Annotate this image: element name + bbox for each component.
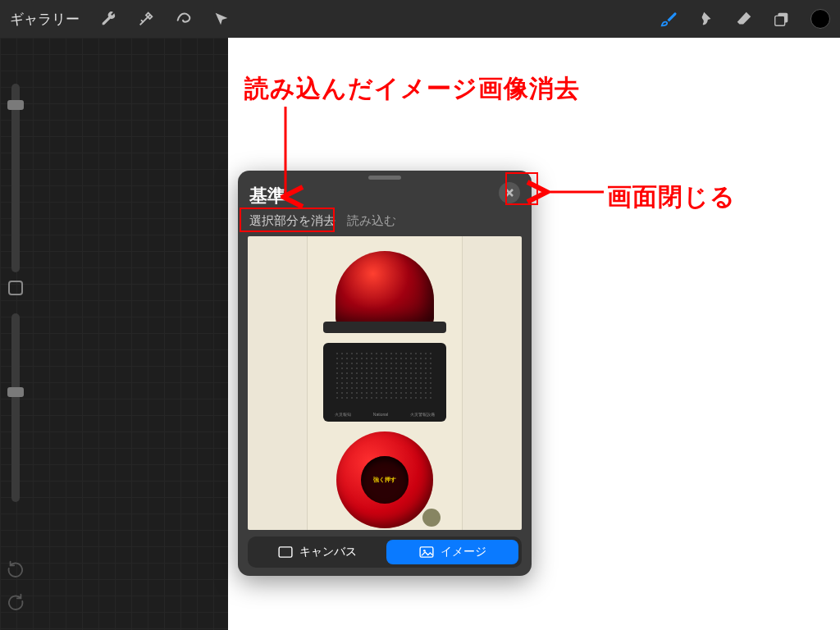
svg-rect-1 bbox=[775, 16, 785, 25]
speaker-grille bbox=[335, 351, 435, 399]
gallery-button[interactable]: ギャラリー bbox=[10, 10, 80, 29]
reference-mode-segment: キャンバス イメージ bbox=[248, 536, 522, 568]
redo-icon[interactable] bbox=[7, 592, 25, 614]
segment-image[interactable]: イメージ bbox=[386, 540, 518, 564]
certification-seal bbox=[422, 509, 441, 527]
left-sidebar bbox=[0, 38, 228, 630]
annotation-arrow-down bbox=[277, 107, 294, 208]
annotation-arrow-left bbox=[540, 184, 605, 203]
slider-handle[interactable] bbox=[7, 387, 24, 397]
canvas-icon bbox=[278, 546, 293, 558]
color-picker[interactable] bbox=[810, 9, 830, 29]
image-icon bbox=[419, 546, 434, 558]
alarm-button: 強く押す bbox=[336, 431, 433, 528]
adjust-icon[interactable] bbox=[137, 10, 155, 28]
fire-alarm-device: 火災報知National火災警報設備 強く押す bbox=[307, 236, 463, 530]
smudge-icon[interactable] bbox=[697, 10, 715, 28]
brush-size-slider[interactable] bbox=[11, 84, 20, 272]
slider-handle[interactable] bbox=[7, 100, 24, 110]
cursor-icon[interactable] bbox=[212, 10, 231, 28]
layers-icon[interactable] bbox=[773, 10, 791, 28]
toolbar-left-group: ギャラリー bbox=[10, 10, 231, 29]
eraser-icon[interactable] bbox=[735, 10, 753, 28]
lamp-base bbox=[323, 322, 446, 333]
annotation-text-top: 読み込んだイメージ画像消去 bbox=[244, 72, 580, 106]
reference-image[interactable]: 火災報知National火災警報設備 強く押す bbox=[248, 236, 522, 530]
annotation-rect-close bbox=[505, 172, 538, 205]
speaker-labels: 火災報知National火災警報設備 bbox=[323, 412, 446, 417]
wrench-icon[interactable] bbox=[99, 10, 117, 28]
svg-rect-2 bbox=[279, 547, 292, 557]
alarm-lamp bbox=[336, 251, 434, 326]
annotation-text-right: 画面閉じる bbox=[607, 180, 736, 214]
brush-icon[interactable] bbox=[660, 10, 678, 28]
load-button[interactable]: 読み込む bbox=[347, 213, 396, 229]
selection-icon[interactable] bbox=[175, 10, 193, 28]
segment-canvas[interactable]: キャンバス bbox=[251, 540, 383, 564]
drag-handle[interactable] bbox=[368, 176, 401, 180]
top-toolbar: ギャラリー bbox=[0, 0, 840, 38]
undo-redo-group bbox=[7, 559, 25, 614]
toolbar-right-group bbox=[660, 9, 830, 29]
annotation-rect-clear bbox=[240, 208, 335, 232]
opacity-slider[interactable] bbox=[11, 313, 20, 502]
modifier-button[interactable] bbox=[8, 281, 23, 295]
alarm-button-center: 強く押す bbox=[361, 456, 409, 504]
undo-icon[interactable] bbox=[7, 559, 25, 581]
speaker-panel: 火災報知National火災警報設備 bbox=[323, 343, 446, 422]
segment-canvas-label: キャンバス bbox=[299, 545, 357, 559]
segment-image-label: イメージ bbox=[441, 545, 486, 559]
